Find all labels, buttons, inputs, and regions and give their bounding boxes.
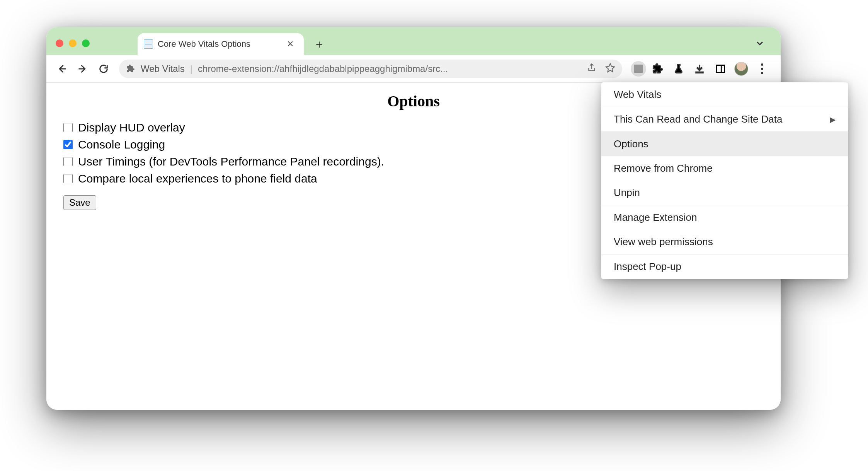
tab-overflow-button[interactable] <box>751 34 769 53</box>
save-button[interactable]: Save <box>63 195 96 210</box>
forward-button[interactable] <box>73 60 92 78</box>
submenu-arrow-icon: ▶ <box>830 115 836 124</box>
downloads-icon[interactable] <box>690 60 709 78</box>
ctx-title: Web Vitals <box>601 82 848 107</box>
toolbar: Web Vitals | chrome-extension://ahfhijdl… <box>46 55 781 83</box>
ctx-title-label: Web Vitals <box>614 89 661 101</box>
side-panel-icon[interactable] <box>711 60 730 78</box>
checkbox-user-timings[interactable] <box>63 157 73 166</box>
avatar-icon <box>734 62 748 76</box>
ctx-item-label: Options <box>614 138 648 150</box>
ctx-item-label: Unpin <box>614 187 640 199</box>
bookmark-star-icon[interactable] <box>605 63 615 75</box>
back-button[interactable] <box>53 60 71 78</box>
ctx-item-label: Remove from Chrome <box>614 162 713 174</box>
reload-button[interactable] <box>94 60 113 78</box>
extension-context-menu: Web Vitals This Can Read and Change Site… <box>601 82 848 279</box>
ctx-item-manage-extension[interactable]: Manage Extension <box>601 205 848 230</box>
ctx-item-site-data[interactable]: This Can Read and Change Site Data ▶ <box>601 107 848 131</box>
option-label: Display HUD overlay <box>78 121 185 134</box>
ctx-item-label: Inspect Pop-up <box>614 261 681 273</box>
vitals-favicon-icon <box>144 39 153 49</box>
maximize-window-button[interactable] <box>82 39 90 47</box>
ctx-item-inspect-popup[interactable]: Inspect Pop-up <box>601 254 848 279</box>
checkbox-compare-field-data[interactable] <box>63 174 73 183</box>
labs-flask-icon[interactable] <box>669 60 688 78</box>
checkbox-console-logging[interactable] <box>63 140 73 149</box>
square-icon <box>634 65 643 73</box>
extensions-button[interactable] <box>648 60 667 78</box>
ctx-item-label: Manage Extension <box>614 212 697 224</box>
site-identity-label: Web Vitals <box>141 63 185 74</box>
ctx-item-options[interactable]: Options <box>601 132 848 156</box>
profile-avatar[interactable] <box>732 60 751 78</box>
active-tab[interactable]: Core Web Vitals Options ✕ <box>138 33 304 55</box>
tab-strip: Core Web Vitals Options ✕ ＋ <box>46 27 781 55</box>
share-icon[interactable] <box>587 63 597 75</box>
close-window-button[interactable] <box>56 39 63 47</box>
vertical-dots-icon <box>761 63 763 74</box>
option-label: Compare local experiences to phone field… <box>78 172 317 185</box>
url-text: chrome-extension://ahfhijdlegdabablpippe… <box>198 63 448 74</box>
new-tab-button[interactable]: ＋ <box>311 36 327 52</box>
omnibox-divider: | <box>190 63 192 74</box>
tab-title: Core Web Vitals Options <box>158 39 280 49</box>
window-controls <box>50 39 95 55</box>
close-tab-button[interactable]: ✕ <box>284 39 296 49</box>
extension-puzzle-icon <box>126 64 135 73</box>
chrome-menu-button[interactable] <box>753 60 771 78</box>
option-label: User Timings (for DevTools Performance P… <box>78 155 384 168</box>
option-label: Console Logging <box>78 138 165 151</box>
ctx-item-view-permissions[interactable]: View web permissions <box>601 230 848 254</box>
ctx-item-label: View web permissions <box>614 236 713 248</box>
ctx-item-label: This Can Read and Change Site Data <box>614 113 783 125</box>
checkbox-display-hud[interactable] <box>63 123 73 132</box>
active-extension-indicator[interactable] <box>631 61 646 77</box>
address-bar[interactable]: Web Vitals | chrome-extension://ahfhijdl… <box>119 60 622 78</box>
ctx-item-unpin[interactable]: Unpin <box>601 181 848 205</box>
ctx-item-remove[interactable]: Remove from Chrome <box>601 156 848 181</box>
minimize-window-button[interactable] <box>69 39 77 47</box>
